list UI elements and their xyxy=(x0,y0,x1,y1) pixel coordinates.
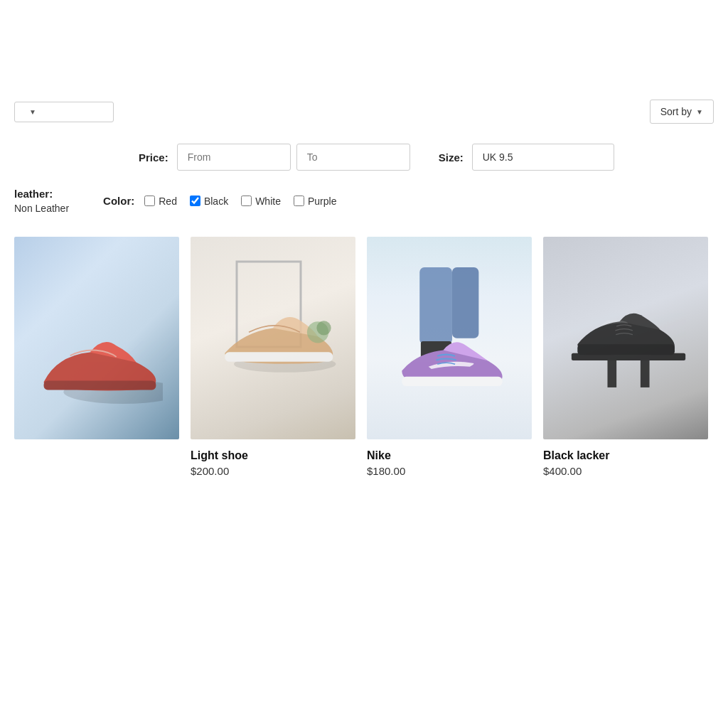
color-option-black[interactable]: Black xyxy=(190,196,228,207)
product-price-4: $400.00 xyxy=(543,465,708,477)
svg-rect-14 xyxy=(578,344,675,355)
sort-button[interactable]: Sort by ▼ xyxy=(650,100,714,124)
svg-rect-10 xyxy=(402,377,503,386)
product-image-3 xyxy=(367,237,532,439)
color-option-white[interactable]: White xyxy=(241,196,281,207)
svg-rect-13 xyxy=(641,360,650,387)
color-label-white: White xyxy=(255,196,281,207)
sort-arrow: ▼ xyxy=(696,108,703,116)
color-checkbox-purple[interactable] xyxy=(294,196,304,206)
color-checkbox-black[interactable] xyxy=(190,196,200,206)
product-image-4 xyxy=(543,237,708,439)
filter-bar: ▼ Sort by ▼ xyxy=(0,100,728,124)
color-label: Color: xyxy=(103,195,134,207)
color-checkbox-white[interactable] xyxy=(241,196,252,206)
price-to-input[interactable] xyxy=(296,144,410,171)
product-price-3: $180.00 xyxy=(367,465,532,477)
product-name-3: Nike xyxy=(367,449,532,462)
sort-label: Sort by xyxy=(660,106,692,117)
color-label-red: Red xyxy=(159,196,177,207)
page-wrapper: ▼ Sort by ▼ Price: Size: leather: Non Le… xyxy=(0,0,728,728)
price-section: Price: xyxy=(139,144,410,171)
product-card-3: Nike $180.00 xyxy=(361,237,537,477)
leather-color-row: leather: Non Leather Color: Red Black xyxy=(0,188,728,214)
price-size-row: Price: Size: xyxy=(0,144,728,171)
category-dropdown-arrow: ▼ xyxy=(29,108,36,116)
svg-rect-4 xyxy=(225,352,333,361)
color-option-purple[interactable]: Purple xyxy=(294,196,336,207)
product-name-2: Light shoe xyxy=(191,449,355,462)
svg-rect-8 xyxy=(452,267,478,338)
product-price-2: $200.00 xyxy=(191,465,355,477)
shoe-svg-2 xyxy=(207,267,339,410)
color-checkbox-red[interactable] xyxy=(144,196,155,206)
leather-option: Non Leather xyxy=(14,203,69,214)
svg-rect-12 xyxy=(608,360,617,387)
svg-rect-1 xyxy=(44,380,156,390)
product-card-4: Black lacker $400.00 xyxy=(537,237,714,477)
product-name-4: Black lacker xyxy=(543,449,708,462)
size-label: Size: xyxy=(439,151,464,164)
price-from-input[interactable] xyxy=(177,144,291,171)
product-image-1 xyxy=(14,237,179,439)
color-label-purple: Purple xyxy=(308,196,336,207)
category-dropdown[interactable]: ▼ xyxy=(14,102,114,122)
size-input[interactable] xyxy=(472,144,614,171)
product-grid: Light shoe $200.00 xyxy=(0,237,728,477)
shoe-svg-3 xyxy=(383,267,515,410)
svg-rect-7 xyxy=(419,267,452,344)
product-image-2 xyxy=(191,237,355,439)
color-options: Red Black White Purple xyxy=(144,196,336,207)
color-option-red[interactable]: Red xyxy=(144,196,177,207)
product-card-1 xyxy=(14,237,185,477)
svg-point-6 xyxy=(317,321,331,335)
price-label: Price: xyxy=(139,151,168,164)
shoe-svg-1 xyxy=(31,298,163,440)
color-label-black: Black xyxy=(204,196,228,207)
product-card-2: Light shoe $200.00 xyxy=(185,237,361,477)
leather-section: leather: Non Leather xyxy=(14,188,69,214)
color-section: Color: Red Black White xyxy=(103,195,336,207)
size-section: Size: xyxy=(439,144,614,171)
shoe-svg-4 xyxy=(560,267,692,410)
leather-label: leather: xyxy=(14,188,69,200)
